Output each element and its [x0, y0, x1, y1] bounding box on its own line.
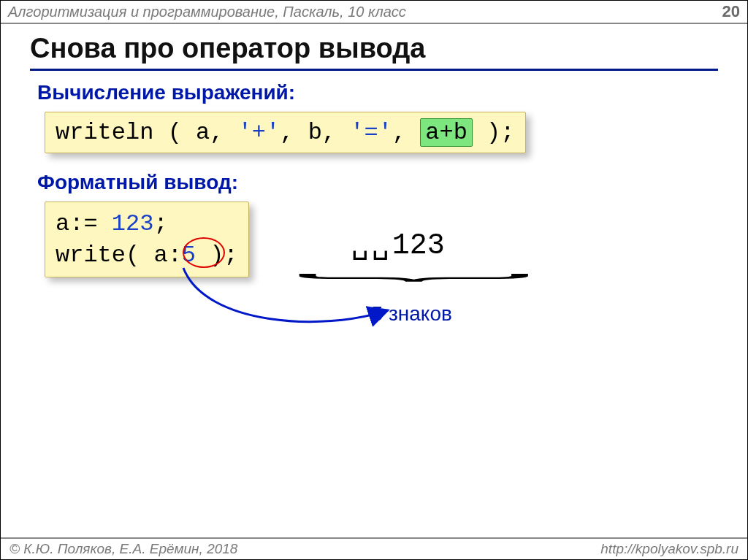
code-text: ); [196, 242, 238, 269]
output-annotation: 5 знаков [372, 302, 452, 326]
code-text: , b, [280, 119, 350, 146]
footer-url: http://kpolyakov.spb.ru [600, 541, 739, 557]
code-box-writeln: writeln ( a, '+', b, '=', a+b ); [45, 112, 526, 153]
section-format-label: Форматный вывод: [37, 171, 718, 194]
code-number: 5 [182, 242, 196, 269]
code-text: , [392, 119, 420, 146]
highlight-chip: a+b [420, 118, 473, 147]
code-text: ; [153, 210, 167, 237]
code-number: 123 [112, 210, 154, 237]
page-number: 20 [722, 2, 740, 21]
slide-title: Снова про оператор вывода [30, 33, 718, 71]
code-text: ); [473, 119, 515, 146]
output-spaces: ␣␣ [351, 229, 392, 262]
code-text: a:= [56, 210, 112, 237]
code-string: '=' [350, 119, 392, 146]
output-illustration: ␣␣123 } 5 знаков [351, 226, 452, 326]
copyright-text: © К.Ю. Поляков, Е.А. Ерёмин, 2018 [9, 541, 237, 557]
course-title: Алгоритмизация и программирование, Паска… [8, 4, 406, 20]
code-text: writeln ( a, [56, 119, 238, 146]
code-text: write( a: [56, 242, 182, 269]
code-box-format: a:= 123; write( a:5 ); [45, 202, 249, 277]
footer-bar: © К.Ю. Поляков, Е.А. Ерёмин, 2018 http:/… [1, 537, 747, 559]
slide-content: Снова про оператор вывода Вычисление выр… [1, 24, 747, 326]
brace-icon: } [355, 272, 478, 282]
header-bar: Алгоритмизация и программирование, Паска… [1, 1, 747, 24]
output-value: 123 [392, 229, 445, 262]
code-string: '+' [238, 119, 280, 146]
section-expressions-label: Вычисление выражений: [37, 81, 718, 104]
